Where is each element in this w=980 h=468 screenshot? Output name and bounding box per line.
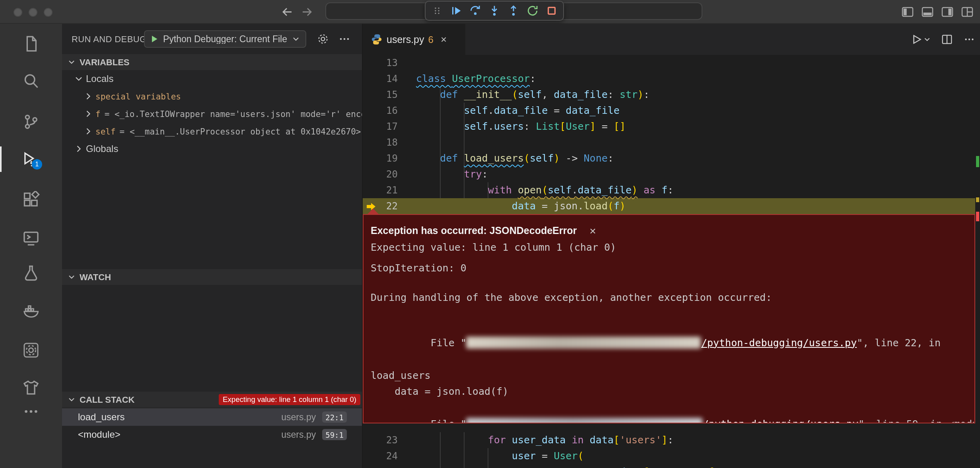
run-icon <box>911 33 923 45</box>
traceback-frame-1-code: data = json.load(f) <box>371 384 966 400</box>
run-python-file-button[interactable] <box>911 33 931 45</box>
sidebar-more-button[interactable] <box>338 33 351 45</box>
call-stack-section-header[interactable]: CALL STACK Expecting value: line 1 colum… <box>62 392 362 408</box>
watch-section-header[interactable]: WATCH <box>62 269 362 285</box>
code-lines-bottom[interactable]: 23 for user_data in data['users']:24 use… <box>363 432 975 468</box>
play-icon <box>150 34 159 44</box>
source-control-icon <box>22 113 40 131</box>
traceback-frame-2: File "/python-debugging/users.py", line … <box>371 400 966 423</box>
line-number[interactable]: 13 <box>363 55 404 71</box>
variable-name: f <box>95 109 101 119</box>
toggle-secondary-sidebar-icon[interactable] <box>941 6 954 18</box>
code-text[interactable]: data = json.load(f) <box>404 198 626 214</box>
line-number[interactable]: 14 <box>363 71 404 87</box>
line-number[interactable]: 16 <box>363 103 404 119</box>
traceback-file-link[interactable]: /python-debugging/users.py <box>703 418 858 423</box>
line-number[interactable]: 18 <box>363 135 404 150</box>
activity-search[interactable] <box>21 72 41 91</box>
activity-docker[interactable] <box>21 301 41 320</box>
code-text[interactable]: class UserProcessor: <box>404 71 536 87</box>
variables-section-header[interactable]: VARIABLES <box>62 54 362 70</box>
code-text[interactable]: def load_users(self) -> None: <box>404 150 614 166</box>
code-line-19[interactable]: 19 def load_users(self) -> None: <box>363 150 975 166</box>
call-stack-header-label: CALL STACK <box>80 395 135 404</box>
line-number[interactable]: 17 <box>363 119 404 135</box>
variable-special-variables[interactable]: special variables <box>62 88 362 105</box>
line-number[interactable]: 25 <box>363 464 404 468</box>
tab-users-py[interactable]: users.py 6 × <box>363 24 465 55</box>
editor-actions <box>911 24 975 55</box>
code-line-24[interactable]: 24 user = User( <box>363 448 975 464</box>
debug-settings-button[interactable] <box>317 33 329 45</box>
chevron-down-icon <box>67 57 76 67</box>
toolbar-gripper-icon[interactable] <box>431 5 443 17</box>
split-editor-button[interactable] <box>941 33 953 45</box>
activity-run-and-debug[interactable]: 1 <box>21 150 41 169</box>
stack-frame-load-users[interactable]: load_users users.py 22:1 <box>62 408 362 426</box>
debug-restart-button[interactable] <box>527 5 539 17</box>
frame-position-badge: 22:1 <box>322 411 347 423</box>
code-line-17[interactable]: 17 self.users: List[User] = [] <box>363 119 975 135</box>
line-number[interactable]: 24 <box>363 448 404 464</box>
nav-back-button[interactable] <box>281 6 294 18</box>
line-number[interactable]: 20 <box>363 166 404 182</box>
activity-extensions[interactable] <box>21 190 41 209</box>
code-line-14[interactable]: 14class UserProcessor: <box>363 71 975 87</box>
variables-scope-globals[interactable]: Globals <box>62 140 362 158</box>
code-lines-top[interactable]: 1314class UserProcessor:15 def __init__(… <box>363 55 975 214</box>
nav-forward-button[interactable] <box>301 6 313 18</box>
code-text[interactable] <box>404 55 416 71</box>
variables-scope-locals[interactable]: Locals <box>62 70 362 88</box>
debug-config-dropdown[interactable]: Python Debugger: Current File <box>144 30 306 48</box>
debug-step-out-button[interactable] <box>508 5 519 17</box>
variable-self[interactable]: self = <__main__.UserProcessor object at… <box>62 123 362 140</box>
code-text[interactable]: with open(self.data_file) as f: <box>404 182 673 198</box>
activity-more[interactable] <box>21 402 41 421</box>
code-text[interactable] <box>404 135 416 150</box>
activity-source-control[interactable] <box>21 112 41 131</box>
stack-frame-module[interactable]: <module> users.py 59:1 <box>62 426 362 443</box>
activity-tool-extension[interactable] <box>21 341 41 360</box>
line-number[interactable]: 23 <box>363 432 404 448</box>
zoom-window-button[interactable] <box>44 8 52 17</box>
code-line-16[interactable]: 16 self.data_file = data_file <box>363 103 975 119</box>
code-text[interactable]: for user_data in data['users']: <box>404 432 673 448</box>
toggle-primary-sidebar-icon[interactable] <box>901 6 914 18</box>
line-number[interactable]: 21 <box>363 182 404 198</box>
code-text[interactable]: try: <box>404 166 488 182</box>
minimize-window-button[interactable] <box>29 8 37 17</box>
code-line-21[interactable]: 21 with open(self.data_file) as f: <box>363 182 975 198</box>
activity-remote-explorer[interactable] <box>21 228 41 248</box>
traceback-file-link[interactable]: /python-debugging/users.py <box>701 336 857 348</box>
close-window-button[interactable] <box>14 8 22 17</box>
code-line-25[interactable]: 25 username=user_data['username'], <box>363 464 975 468</box>
debug-step-over-button[interactable] <box>469 5 481 17</box>
code-line-15[interactable]: 15 def __init__(self, data_file: str): <box>363 87 975 103</box>
code-line-23[interactable]: 23 for user_data in data['users']: <box>363 432 975 448</box>
code-line-20[interactable]: 20 try: <box>363 166 975 182</box>
code-text[interactable]: self.data_file = data_file <box>404 103 620 119</box>
code-line-22[interactable]: 22 data = json.load(f) <box>363 198 975 214</box>
code-text[interactable]: self.users: List[User] = [] <box>404 119 626 135</box>
editor-more-button[interactable] <box>963 33 975 45</box>
close-icon[interactable]: × <box>441 33 447 45</box>
code-text[interactable]: username=user_data['username'], <box>404 464 721 468</box>
variable-f[interactable]: f = <_io.TextIOWrapper name='users.json'… <box>62 105 362 123</box>
close-icon[interactable]: × <box>589 223 596 239</box>
toggle-panel-icon[interactable] <box>921 6 934 18</box>
activity-tshirt-extension[interactable] <box>21 378 41 397</box>
debug-continue-button[interactable] <box>450 5 462 17</box>
line-number[interactable]: 15 <box>363 87 404 103</box>
code-text[interactable]: user = User( <box>404 448 584 464</box>
activity-explorer[interactable] <box>21 34 41 53</box>
frame-name: <module> <box>78 429 281 440</box>
debug-step-into-button[interactable] <box>488 5 500 17</box>
code-text[interactable]: def __init__(self, data_file: str): <box>404 87 649 103</box>
line-number[interactable]: 19 <box>363 150 404 166</box>
customize-layout-icon[interactable] <box>961 6 974 18</box>
code-line-18[interactable]: 18 <box>363 135 975 150</box>
debug-stop-button[interactable] <box>546 5 558 17</box>
code-line-13[interactable]: 13 <box>363 55 975 71</box>
activity-testing[interactable] <box>21 263 41 283</box>
traceback-text: File " <box>418 418 466 423</box>
